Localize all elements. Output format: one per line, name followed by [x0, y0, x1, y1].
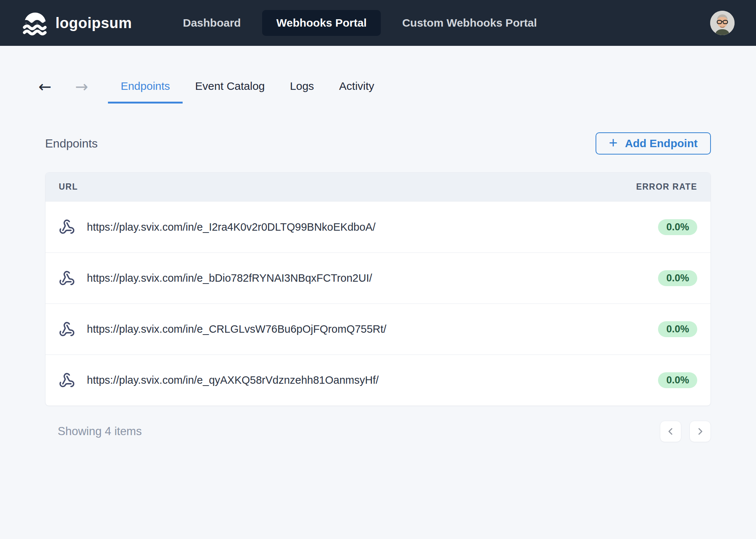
- next-page-button[interactable]: [689, 421, 711, 442]
- list-footer: Showing 4 items: [45, 421, 711, 442]
- content-header: Endpoints + Add Endpoint: [45, 132, 711, 155]
- error-rate-badge: 0.0%: [658, 219, 697, 235]
- webhook-icon: [59, 321, 75, 338]
- nav-item-custom-webhooks-portal[interactable]: Custom Webhooks Portal: [388, 10, 551, 36]
- tab-logs[interactable]: Logs: [277, 70, 326, 104]
- table-row[interactable]: https://play.svix.com/in/e_bDio782fRYNAI…: [45, 252, 711, 304]
- nav-item-webhooks-portal[interactable]: Webhooks Portal: [262, 10, 380, 36]
- column-header-error-rate: ERROR RATE: [636, 182, 697, 192]
- endpoint-url: https://play.svix.com/in/e_I2ra4K0v2r0DL…: [87, 221, 658, 233]
- back-arrow-icon[interactable]: ←: [33, 79, 57, 95]
- tab-activity[interactable]: Activity: [326, 70, 387, 104]
- endpoint-url: https://play.svix.com/in/e_CRLGLvsW76Bu6…: [87, 323, 658, 335]
- table-row[interactable]: https://play.svix.com/in/e_CRLGLvsW76Bu6…: [45, 304, 711, 355]
- avatar-image: [710, 11, 735, 35]
- items-count-text: Showing 4 items: [58, 425, 142, 438]
- endpoints-table: URL ERROR RATE https://play.svix.com/in/…: [45, 172, 711, 406]
- column-header-url: URL: [59, 182, 78, 192]
- error-rate-badge: 0.0%: [658, 372, 697, 388]
- error-rate-badge: 0.0%: [658, 321, 697, 337]
- webhook-icon: [59, 219, 75, 235]
- endpoint-url: https://play.svix.com/in/e_bDio782fRYNAI…: [87, 272, 658, 284]
- avatar[interactable]: [710, 11, 735, 35]
- tab-endpoints[interactable]: Endpoints: [108, 70, 182, 104]
- table-header-row: URL ERROR RATE: [45, 173, 711, 201]
- table-row[interactable]: https://play.svix.com/in/e_qyAXKQ58rVdzn…: [45, 355, 711, 406]
- chevron-left-icon: [666, 427, 675, 436]
- content: Endpoints + Add Endpoint URL ERROR RATE …: [0, 132, 756, 442]
- prev-page-button[interactable]: [660, 421, 681, 442]
- brand[interactable]: logoipsum: [21, 10, 132, 36]
- add-endpoint-label: Add Endpoint: [625, 137, 698, 150]
- top-navbar: logoipsum Dashboard Webhooks Portal Cust…: [0, 0, 756, 46]
- brand-name: logoipsum: [55, 15, 132, 31]
- plus-icon: +: [609, 135, 617, 150]
- logo-icon: [21, 10, 49, 36]
- page-title: Endpoints: [45, 137, 98, 150]
- webhook-icon: [59, 270, 75, 287]
- webhook-icon: [59, 372, 75, 389]
- table-row[interactable]: https://play.svix.com/in/e_I2ra4K0v2r0DL…: [45, 201, 711, 252]
- chevron-right-icon: [695, 427, 705, 436]
- portal-tabbar: ← → Endpoints Event Catalog Logs Activit…: [0, 70, 756, 104]
- forward-arrow-icon[interactable]: →: [70, 79, 93, 95]
- error-rate-badge: 0.0%: [658, 270, 697, 286]
- tabs: Endpoints Event Catalog Logs Activity: [108, 70, 387, 104]
- nav-item-dashboard[interactable]: Dashboard: [169, 10, 255, 36]
- primary-nav: Dashboard Webhooks Portal Custom Webhook…: [169, 10, 551, 36]
- pagination: [660, 421, 711, 442]
- tab-event-catalog[interactable]: Event Catalog: [183, 70, 277, 104]
- endpoint-url: https://play.svix.com/in/e_qyAXKQ58rVdzn…: [87, 374, 658, 386]
- add-endpoint-button[interactable]: + Add Endpoint: [596, 132, 711, 155]
